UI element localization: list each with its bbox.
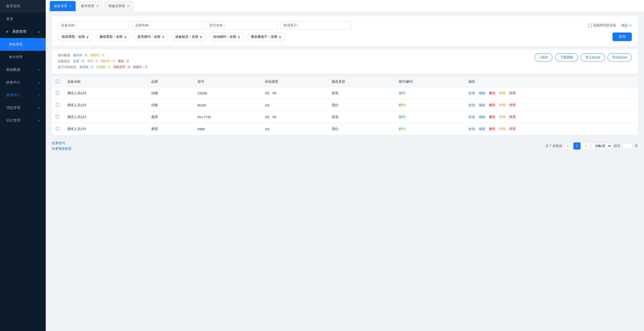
row-checkbox[interactable] — [56, 91, 59, 94]
tab-label: 账号管理 — [81, 4, 94, 8]
model-name-input[interactable] — [226, 24, 274, 27]
batch-links: 批量签约 批量预签配置 — [52, 141, 72, 151]
auto-renew-label: 自动续约：全部 — [213, 35, 236, 39]
table-row: 测试人员123 惠普 Pro 7740 A3、A4 彩色 签约 抄表编辑删除评情… — [52, 111, 638, 123]
tenant-input[interactable] — [300, 24, 348, 27]
action-评情[interactable]: 评情 — [499, 115, 506, 119]
row-checkbox[interactable] — [56, 127, 59, 130]
table-row: 测试人员123 佳能 M126 A4 黑白 解约 抄表编辑删除评情禁用 — [52, 99, 638, 111]
prev-page-button[interactable]: ‹ — [564, 142, 571, 150]
page-suffix: 页 — [635, 144, 638, 148]
paper-type-select[interactable]: 纸张类型：全部 ∨ — [58, 33, 93, 41]
signing-label: 签约中：0 — [73, 53, 87, 58]
sidebar-item-label: 系统管理 — [12, 29, 26, 34]
brand-name-input[interactable] — [152, 24, 200, 27]
col-actions: 操作 — [464, 76, 638, 87]
action-删除[interactable]: 删除 — [489, 127, 495, 131]
row-contract: 签约 — [395, 111, 464, 123]
sidebar-item-label: 故障中心 — [6, 93, 20, 97]
row-paper: A4 — [261, 123, 328, 135]
sidebar-item-home[interactable]: 首页 — [0, 13, 46, 25]
row-checkbox[interactable] — [56, 115, 59, 118]
action-禁用[interactable]: 禁用 — [509, 103, 516, 107]
batch-sign-button[interactable]: 批量签约 — [52, 141, 72, 145]
row-checkbox[interactable] — [56, 103, 59, 106]
tab-close-icon[interactable]: ✕ — [69, 4, 72, 8]
row-checkbox-cell[interactable] — [52, 111, 63, 123]
search-row-2: 纸张类型：全部 ∨ 颜色类型：全部 ∨ 是否签约：全部 ∨ 设备状态：全部 ∨ … — [58, 32, 632, 41]
import-excel-button[interactable]: 导入Excel — [581, 53, 605, 61]
device-name-field[interactable]: 设备名称： — [58, 21, 129, 29]
action-删除[interactable]: 删除 — [489, 103, 495, 107]
sidebar-item-system[interactable]: 系统管理 ∧ — [0, 25, 46, 38]
action-评情[interactable]: 评情 — [499, 91, 506, 95]
action-禁用[interactable]: 禁用 — [509, 127, 516, 131]
row-brand: 惠普 — [147, 111, 194, 123]
brand-name-field[interactable]: 品牌名称： — [132, 21, 203, 29]
tab-close-icon[interactable]: ✕ — [127, 4, 130, 8]
tab-repair[interactable]: 维修员管理 ✕ — [104, 1, 134, 11]
sidebar-item-fault[interactable]: 故障中心 ∨ — [0, 89, 46, 102]
sidebar-item-label: 日记管理 — [6, 118, 20, 123]
action-编辑[interactable]: 编辑 — [479, 127, 485, 131]
action-禁用[interactable]: 禁用 — [509, 115, 516, 119]
action-抄表[interactable]: 抄表 — [469, 127, 475, 131]
device-status-select[interactable]: 设备状态：全部 ∨ — [171, 33, 206, 41]
action-评情[interactable]: 评情 — [499, 127, 506, 131]
action-抄表[interactable]: 抄表 — [469, 103, 475, 107]
unlinked-val: 未关联：3 — [79, 65, 93, 69]
action-编辑[interactable]: 编辑 — [479, 103, 485, 107]
row-checkbox-cell[interactable] — [52, 87, 63, 99]
collapse-button[interactable]: 收起 ∧ — [621, 23, 632, 28]
device-name-input[interactable] — [78, 24, 126, 27]
action-禁用[interactable]: 禁用 — [509, 91, 516, 95]
action-编辑[interactable]: 编辑 — [479, 91, 485, 95]
batch-presign-button[interactable]: 批量预签配置 — [52, 146, 72, 151]
tab-device[interactable]: 设备管理 ✕ — [50, 1, 76, 11]
normal-val: 正常：0 — [73, 59, 84, 63]
tenant-field[interactable]: 租赁客户： — [280, 21, 351, 29]
query-button[interactable]: 查询 — [613, 32, 632, 41]
page-1-button[interactable]: 1 — [573, 142, 581, 150]
sidebar-item-basic[interactable]: 基础数据 ∨ — [0, 63, 46, 76]
color-type-select[interactable]: 颜色类型：全部 ∨ — [96, 33, 131, 41]
table-header-row: 设备名称 品牌 型号 纸张类型 颜色类型 签约/解约 操作 — [52, 76, 638, 87]
maintenance-val: 维护中：0 — [101, 59, 115, 63]
goto-input[interactable] — [622, 143, 633, 149]
select-all-checkbox[interactable] — [56, 80, 59, 83]
action-编辑[interactable]: 编辑 — [479, 115, 485, 119]
action-抄表[interactable]: 抄表 — [469, 91, 475, 95]
next-page-button[interactable]: › — [583, 142, 590, 150]
brand-name-label: 品牌名称： — [135, 23, 152, 28]
hide-disabled-container: 隐藏禁用的设备 — [588, 23, 616, 28]
tab-account[interactable]: 账号管理 ✕ — [77, 1, 103, 11]
chevron-down-icon: ∨ — [279, 35, 281, 39]
download-template-button[interactable]: 下载模板 — [555, 53, 578, 61]
tab-close-icon[interactable]: ✕ — [96, 4, 99, 8]
sidebar-item-role[interactable]: 角色管理 — [0, 38, 46, 51]
sidebar-item-guide[interactable]: 新手指导 — [0, 0, 46, 13]
total-label: 共 7 条数据 — [545, 144, 562, 148]
action-抄表[interactable]: 抄表 — [469, 115, 475, 119]
sidebar-item-meter[interactable]: 抄表中心 ∨ — [0, 76, 46, 89]
row-contract: 解约 — [395, 99, 464, 111]
signed-select[interactable]: 是否签约：全部 ∨ — [134, 33, 168, 41]
export-excel-button[interactable]: 导出Excel — [607, 53, 632, 61]
auto-renew-select[interactable]: 自动续约：全部 ∨ — [209, 33, 244, 41]
model-name-field[interactable]: 型号名称： — [206, 21, 277, 29]
add-button[interactable]: +添加 — [535, 53, 553, 61]
action-评情[interactable]: 评情 — [499, 103, 506, 107]
row-checkbox-cell[interactable] — [52, 123, 63, 135]
chevron-down-icon: ∨ — [124, 35, 127, 39]
action-删除[interactable]: 删除 — [489, 91, 495, 95]
sidebar-item-message[interactable]: 消息管理 ∨ — [0, 102, 46, 114]
chevron-down-icon: ∨ — [38, 119, 40, 122]
sidebar-item-log[interactable]: 日记管理 ∨ — [0, 114, 46, 127]
row-checkbox-cell[interactable] — [52, 99, 63, 111]
action-删除[interactable]: 删除 — [489, 115, 495, 119]
sidebar-item-account[interactable]: 账号管理 — [0, 51, 46, 63]
row-model: C5255 — [194, 87, 261, 99]
per-page-select[interactable]: 10条/页 20条/页 50条/页 — [592, 143, 612, 149]
ink-low-select[interactable]: 墨余量低于：全部 ∨ — [247, 33, 285, 41]
hide-disabled-checkbox[interactable] — [588, 24, 592, 27]
